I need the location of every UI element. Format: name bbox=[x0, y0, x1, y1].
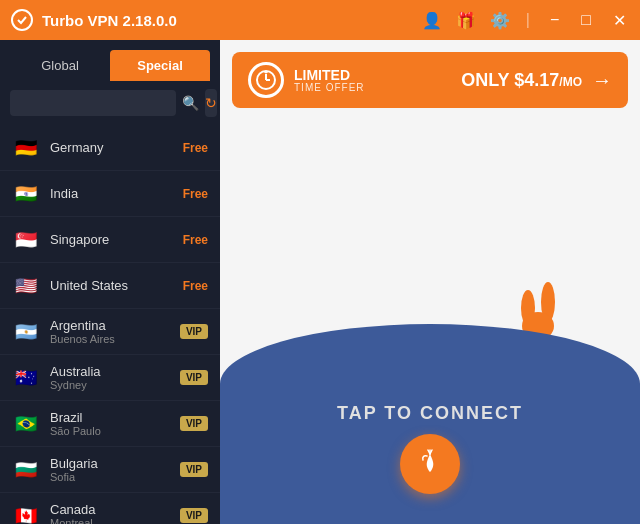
server-info: Germany bbox=[50, 140, 183, 155]
connect-area: TAP TO CONNECT bbox=[220, 120, 640, 524]
right-panel: LIMITED TIME OFFER ONLY $4.17/MO → bbox=[220, 40, 640, 524]
server-info: Canada Montreal bbox=[50, 502, 180, 524]
server-info: India bbox=[50, 186, 183, 201]
close-button[interactable]: ✕ bbox=[609, 11, 630, 30]
flag-argentina: 🇦🇷 bbox=[12, 318, 40, 346]
list-item[interactable]: 🇧🇬 Bulgaria Sofia VIP bbox=[0, 447, 220, 493]
main-layout: Global Special 🔍 ↻ 🇩🇪 Germany Free 🇮🇳 bbox=[0, 40, 640, 524]
server-info: Brazil São Paulo bbox=[50, 410, 180, 437]
maximize-button[interactable]: □ bbox=[577, 11, 595, 29]
connect-label: TAP TO CONNECT bbox=[337, 403, 523, 424]
server-info: Singapore bbox=[50, 232, 183, 247]
tab-global[interactable]: Global bbox=[10, 50, 110, 81]
minimize-button[interactable]: − bbox=[546, 11, 563, 29]
flag-us: 🇺🇸 bbox=[12, 272, 40, 300]
search-bar: 🔍 ↻ bbox=[0, 81, 220, 125]
clock-icon bbox=[248, 62, 284, 98]
badge-free: Free bbox=[183, 233, 208, 247]
list-item[interactable]: 🇸🇬 Singapore Free bbox=[0, 217, 220, 263]
app-logo bbox=[10, 8, 34, 32]
svg-point-0 bbox=[12, 10, 32, 30]
promo-sub: TIME OFFER bbox=[294, 82, 451, 93]
titlebar: Turbo VPN 2.18.0.0 👤 🎁 ⚙️ | − □ ✕ bbox=[0, 0, 640, 40]
connect-button[interactable] bbox=[400, 434, 460, 494]
promo-limited: LIMITED bbox=[294, 68, 451, 82]
flag-germany: 🇩🇪 bbox=[12, 134, 40, 162]
badge-free: Free bbox=[183, 187, 208, 201]
promo-text: LIMITED TIME OFFER bbox=[294, 68, 451, 93]
promo-banner[interactable]: LIMITED TIME OFFER ONLY $4.17/MO → bbox=[232, 52, 628, 108]
flag-australia: 🇦🇺 bbox=[12, 364, 40, 392]
badge-vip: VIP bbox=[180, 370, 208, 385]
list-item[interactable]: 🇧🇷 Brazil São Paulo VIP bbox=[0, 401, 220, 447]
search-input[interactable] bbox=[10, 90, 176, 116]
list-item[interactable]: 🇺🇸 United States Free bbox=[0, 263, 220, 309]
list-item[interactable]: 🇦🇷 Argentina Buenos Aires VIP bbox=[0, 309, 220, 355]
flag-brazil: 🇧🇷 bbox=[12, 410, 40, 438]
server-list: 🇩🇪 Germany Free 🇮🇳 India Free 🇸🇬 Singapo… bbox=[0, 125, 220, 524]
refresh-button[interactable]: ↻ bbox=[205, 89, 217, 117]
badge-vip: VIP bbox=[180, 324, 208, 339]
gift-icon[interactable]: 🎁 bbox=[456, 11, 476, 30]
tab-special[interactable]: Special bbox=[110, 50, 210, 81]
badge-vip: VIP bbox=[180, 462, 208, 477]
sidebar: Global Special 🔍 ↻ 🇩🇪 Germany Free 🇮🇳 bbox=[0, 40, 220, 524]
tab-bar: Global Special bbox=[0, 40, 220, 81]
badge-vip: VIP bbox=[180, 416, 208, 431]
list-item[interactable]: 🇦🇺 Australia Sydney VIP bbox=[0, 355, 220, 401]
promo-price: ONLY $4.17/MO bbox=[461, 70, 582, 91]
server-info: Bulgaria Sofia bbox=[50, 456, 180, 483]
flag-singapore: 🇸🇬 bbox=[12, 226, 40, 254]
promo-arrow-icon: → bbox=[592, 69, 612, 92]
server-info: United States bbox=[50, 278, 183, 293]
flag-canada: 🇨🇦 bbox=[12, 502, 40, 525]
search-button[interactable]: 🔍 bbox=[182, 95, 199, 111]
settings-icon[interactable]: ⚙️ bbox=[490, 11, 510, 30]
badge-vip: VIP bbox=[180, 508, 208, 523]
server-info: Argentina Buenos Aires bbox=[50, 318, 180, 345]
badge-free: Free bbox=[183, 279, 208, 293]
app-title: Turbo VPN 2.18.0.0 bbox=[42, 12, 422, 29]
list-item[interactable]: 🇨🇦 Canada Montreal VIP bbox=[0, 493, 220, 524]
flag-india: 🇮🇳 bbox=[12, 180, 40, 208]
server-info: Australia Sydney bbox=[50, 364, 180, 391]
separator: | bbox=[526, 11, 530, 29]
flag-bulgaria: 🇧🇬 bbox=[12, 456, 40, 484]
svg-line-5 bbox=[266, 71, 267, 73]
blue-hill bbox=[220, 324, 640, 524]
title-actions: 👤 🎁 ⚙️ | − □ ✕ bbox=[422, 11, 630, 30]
list-item[interactable]: 🇩🇪 Germany Free bbox=[0, 125, 220, 171]
user-icon[interactable]: 👤 bbox=[422, 11, 442, 30]
badge-free: Free bbox=[183, 141, 208, 155]
list-item[interactable]: 🇮🇳 India Free bbox=[0, 171, 220, 217]
